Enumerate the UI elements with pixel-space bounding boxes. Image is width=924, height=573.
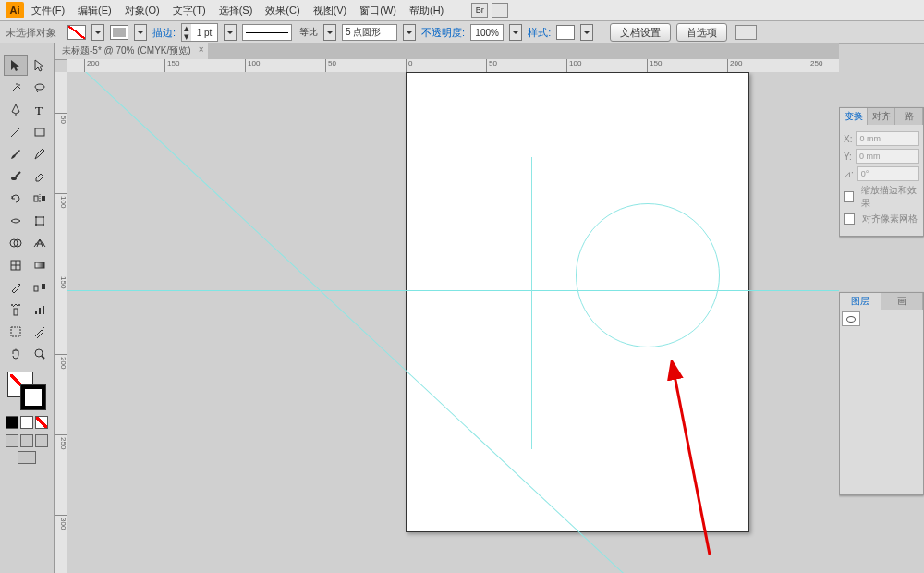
close-icon[interactable]: ×	[199, 44, 204, 55]
hand-tool[interactable]	[4, 344, 28, 364]
menu-type[interactable]: 文字(T)	[167, 2, 212, 19]
align-pixel-label: 对齐像素网格	[862, 213, 918, 226]
stroke-weight-dropdown[interactable]	[224, 24, 237, 41]
fill-stroke-control[interactable]	[7, 372, 46, 410]
stroke-profile[interactable]	[242, 24, 292, 41]
svg-point-4	[11, 177, 17, 180]
width-tool[interactable]	[4, 211, 28, 231]
align-to-button[interactable]	[735, 25, 757, 40]
tab-layers[interactable]: 图层	[840, 293, 881, 310]
direct-selection-tool[interactable]	[28, 55, 52, 76]
graph-tool[interactable]	[28, 299, 52, 320]
menu-object[interactable]: 对象(O)	[119, 2, 165, 19]
svg-point-11	[43, 216, 44, 218]
menu-view[interactable]: 视图(V)	[308, 2, 353, 19]
stroke-dropdown[interactable]	[134, 24, 147, 41]
shape-builder-tool[interactable]	[4, 233, 28, 253]
arrange-button[interactable]	[492, 3, 508, 18]
menu-window[interactable]: 窗口(W)	[354, 2, 402, 19]
paintbrush-tool[interactable]	[4, 144, 28, 165]
tab-pathfinder[interactable]: 路	[895, 108, 923, 125]
doc-setup-button[interactable]: 文档设置	[610, 23, 671, 42]
rectangle-tool[interactable]	[28, 122, 52, 142]
fill-dropdown[interactable]	[91, 24, 104, 41]
mesh-tool[interactable]	[4, 255, 28, 275]
blend-tool[interactable]	[28, 277, 52, 298]
eyedropper-tool[interactable]	[4, 277, 28, 298]
angle-label: ⊿:	[844, 169, 854, 179]
selection-tool[interactable]	[4, 55, 28, 76]
rotate-tool[interactable]	[4, 189, 28, 209]
svg-point-10	[35, 216, 37, 218]
svg-line-5	[16, 172, 20, 177]
style-swatch[interactable]	[556, 25, 575, 40]
eraser-tool[interactable]	[28, 166, 52, 187]
symbol-sprayer-tool[interactable]	[4, 299, 28, 320]
scale-stroke-checkbox[interactable]	[844, 191, 854, 202]
visibility-icon[interactable]	[842, 311, 860, 326]
svg-rect-7	[42, 196, 45, 201]
gradient-tool[interactable]	[28, 255, 52, 275]
guide-horizontal	[67, 290, 839, 291]
magic-wand-tool[interactable]	[4, 78, 28, 98]
svg-rect-21	[42, 284, 45, 289]
slice-tool[interactable]	[28, 322, 52, 342]
panel-dock: 变换 对齐 路 X:0 mm Y:0 mm ⊿:0° 缩放描边和效果 对齐像素网…	[839, 43, 924, 573]
menu-help[interactable]: 帮助(H)	[404, 2, 449, 19]
lasso-tool[interactable]	[28, 78, 52, 98]
menu-edit[interactable]: 编辑(E)	[72, 2, 117, 19]
brush-dropdown[interactable]	[403, 24, 416, 41]
blob-brush-tool[interactable]	[4, 166, 28, 187]
tab-align[interactable]: 对齐	[868, 108, 895, 125]
color-mode-swatches[interactable]	[6, 416, 48, 429]
annotation-arrow-icon	[663, 360, 719, 564]
tab-artboards[interactable]: 画	[881, 293, 923, 310]
style-dropdown[interactable]	[580, 24, 593, 41]
svg-rect-20	[34, 286, 38, 291]
brush-field[interactable]: 5 点圆形	[342, 24, 397, 41]
reflect-tool[interactable]	[28, 189, 52, 209]
menu-file[interactable]: 文件(F)	[26, 2, 70, 19]
x-label: X:	[844, 134, 852, 144]
pen-tool[interactable]	[4, 100, 28, 120]
svg-point-24	[18, 304, 20, 306]
draw-mode[interactable]	[6, 434, 48, 447]
ruler-horizontal[interactable]: 200 150 100 50 0 50 100 150 200 250 300	[67, 59, 839, 73]
x-field[interactable]: 0 mm	[856, 131, 919, 146]
menu-select[interactable]: 选择(S)	[213, 2, 259, 19]
ruler-vertical[interactable]: 50 100 150 200 250 300	[55, 72, 68, 573]
dash-dropdown[interactable]	[323, 24, 336, 41]
opacity-dropdown[interactable]	[509, 24, 522, 41]
toolbar: T	[0, 43, 55, 573]
document-area: 未标题-5* @ 70% (CMYK/预览)× 200 150 100 50 0…	[55, 43, 839, 573]
layer-row[interactable]	[840, 310, 923, 328]
svg-point-29	[35, 349, 43, 357]
svg-line-30	[42, 356, 44, 359]
fill-swatch[interactable]	[67, 25, 86, 40]
menu-effect[interactable]: 效果(C)	[260, 2, 305, 19]
free-transform-tool[interactable]	[28, 211, 52, 231]
angle-field[interactable]: 0°	[857, 166, 919, 181]
svg-rect-9	[36, 217, 43, 225]
bridge-button[interactable]: Br	[471, 3, 488, 18]
type-tool[interactable]: T	[28, 100, 52, 120]
svg-rect-26	[39, 308, 41, 314]
stroke-swatch[interactable]	[110, 25, 128, 40]
prefs-button[interactable]: 首选项	[676, 23, 727, 42]
screen-mode[interactable]	[18, 451, 36, 464]
opacity-field[interactable]: 100%	[470, 24, 504, 41]
stroke-box[interactable]	[20, 384, 46, 410]
stroke-weight-field[interactable]: ▴▾1 pt	[181, 23, 218, 42]
y-field[interactable]: 0 mm	[856, 149, 919, 164]
scale-stroke-label: 缩放描边和效果	[861, 184, 919, 210]
zoom-tool[interactable]	[28, 344, 52, 364]
line-tool[interactable]	[4, 122, 28, 142]
canvas[interactable]	[67, 72, 839, 573]
artboard-tool[interactable]	[4, 322, 28, 342]
tab-transform[interactable]: 变换	[840, 108, 868, 125]
perspective-tool[interactable]	[28, 233, 52, 253]
align-pixel-checkbox[interactable]	[844, 213, 855, 225]
svg-rect-3	[35, 128, 44, 136]
pencil-tool[interactable]	[28, 144, 52, 165]
document-tab[interactable]: 未标题-5* @ 70% (CMYK/预览)×	[55, 43, 208, 59]
